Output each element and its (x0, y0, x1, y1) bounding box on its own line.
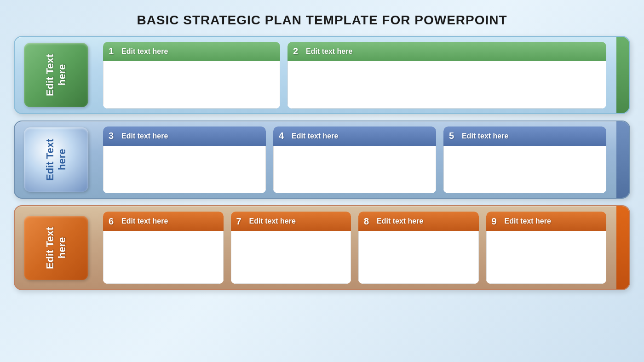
card-6-header-text[interactable]: Edit text here (121, 217, 168, 225)
card-7-header: 7 Edit text here (231, 212, 351, 231)
row-orange: Edit Text here 6 Edit text here 7 Edit t… (14, 205, 630, 290)
card-4-header: 4 Edit text here (273, 126, 436, 146)
card-8-body[interactable] (358, 231, 479, 284)
row3-label-box: Edit Text here (24, 216, 88, 280)
card-2-body[interactable] (288, 61, 606, 109)
card-6-number: 6 (109, 216, 118, 227)
card-1[interactable]: 1 Edit text here (103, 42, 280, 109)
card-3-header: 3 Edit text here (103, 126, 266, 146)
card-5-header-text[interactable]: Edit text here (462, 132, 508, 140)
card-4-body[interactable] (273, 146, 436, 193)
card-3-header-text[interactable]: Edit text here (121, 132, 168, 140)
page-title: BASIC STRATEGIC PLAN TEMPLATE FOR POWERP… (127, 0, 516, 36)
card-5-header: 5 Edit text here (443, 126, 606, 146)
card-7[interactable]: 7 Edit text here (231, 212, 351, 284)
card-8-number: 8 (364, 216, 373, 227)
row1-label-text[interactable]: Edit Text here (44, 43, 69, 107)
row2-cards-area: 3 Edit text here 4 Edit text here 5 Edit… (98, 121, 629, 198)
row1-cards-area: 1 Edit text here 2 Edit text here (98, 37, 629, 113)
card-1-number: 1 (109, 46, 118, 57)
card-9-header: 9 Edit text here (486, 212, 607, 231)
content-area: Edit Text here 1 Edit text here 2 Edit t… (14, 36, 630, 290)
card-9-body[interactable] (486, 231, 607, 284)
card-7-body[interactable] (231, 231, 351, 284)
row2-label-text[interactable]: Edit Text here (44, 127, 69, 192)
card-3-body[interactable] (103, 146, 266, 193)
card-8[interactable]: 8 Edit text here (358, 212, 479, 284)
card-1-header: 1 Edit text here (103, 42, 280, 61)
row2-label-box: Edit Text here (24, 127, 88, 192)
card-3[interactable]: 3 Edit text here (103, 126, 266, 193)
card-4-number: 4 (279, 131, 288, 141)
row1-label-cell: Edit Text here (15, 37, 98, 113)
row1-label-box: Edit Text here (24, 43, 88, 107)
card-9-header-text[interactable]: Edit text here (505, 217, 551, 225)
card-7-number: 7 (236, 216, 246, 227)
card-2-number: 2 (293, 46, 302, 57)
card-2[interactable]: 2 Edit text here (288, 42, 606, 109)
card-3-number: 3 (109, 131, 118, 141)
row3-cards-area: 6 Edit text here 7 Edit text here 8 Edit… (98, 206, 629, 289)
row2-label-cell: Edit Text here (15, 121, 98, 198)
card-5-body[interactable] (443, 146, 606, 193)
row3-label-text[interactable]: Edit Text here (44, 216, 69, 280)
card-2-header: 2 Edit text here (288, 42, 606, 61)
card-8-header-text[interactable]: Edit text here (377, 217, 423, 225)
card-7-header-text[interactable]: Edit text here (249, 217, 296, 225)
card-9[interactable]: 9 Edit text here (486, 212, 607, 284)
card-9-number: 9 (492, 216, 501, 227)
card-4-header-text[interactable]: Edit text here (292, 132, 338, 140)
card-2-header-text[interactable]: Edit text here (306, 47, 352, 56)
card-1-header-text[interactable]: Edit text here (121, 47, 168, 56)
card-8-header: 8 Edit text here (358, 212, 479, 231)
card-5[interactable]: 5 Edit text here (443, 126, 606, 193)
card-6-body[interactable] (103, 231, 224, 284)
card-6-header: 6 Edit text here (103, 212, 224, 231)
card-4[interactable]: 4 Edit text here (273, 126, 436, 193)
card-6[interactable]: 6 Edit text here (103, 212, 224, 284)
card-1-body[interactable] (103, 61, 280, 109)
row-blue: Edit Text here 3 Edit text here 4 Edit t… (14, 121, 630, 199)
card-5-number: 5 (449, 131, 458, 141)
row3-label-cell: Edit Text here (15, 206, 98, 289)
row-green: Edit Text here 1 Edit text here 2 Edit t… (14, 36, 630, 114)
